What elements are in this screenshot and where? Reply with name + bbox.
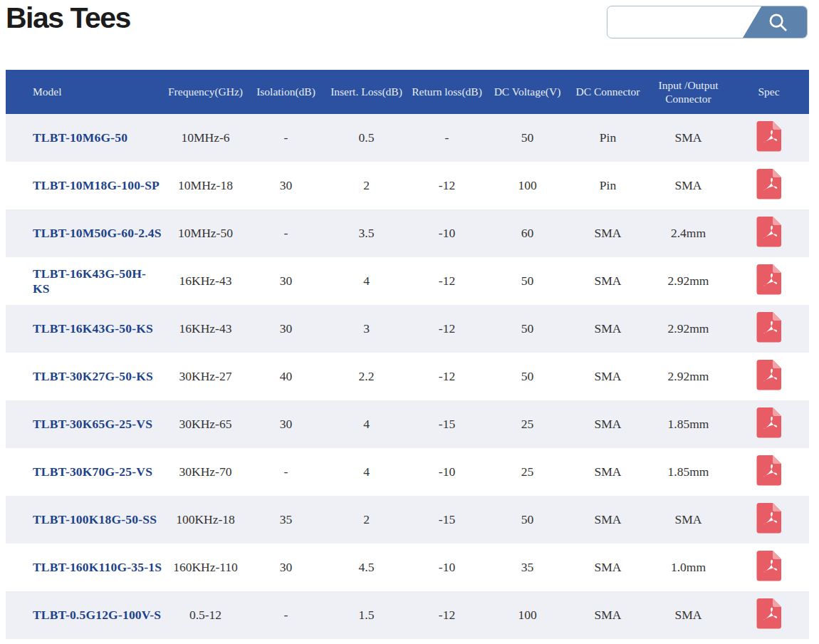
cell-dc-voltage: 25: [487, 448, 568, 496]
table-row: TLBT-16K43G-50H-KS16KHz-43304-1250SMA2.9…: [6, 257, 809, 305]
table-row: TLBT-160K110G-35-1S160KHz-110304.5-1035S…: [6, 544, 809, 591]
column-header-spec: Spec: [729, 70, 809, 114]
spec-pdf-link[interactable]: [756, 264, 782, 295]
cell-insert-loss: 4: [326, 448, 407, 496]
cell-return-loss: -15: [407, 400, 487, 448]
cell-io-connector: 2.92mm: [648, 353, 729, 400]
cell-dc-voltage: 60: [487, 209, 568, 257]
cell-insert-loss: 1.5: [326, 591, 407, 639]
table-header-row: Model Frequency(GHz) Isolation(dB) Inser…: [6, 70, 809, 114]
cell-return-loss: -12: [407, 305, 487, 353]
spec-pdf-link[interactable]: [756, 120, 782, 152]
cell-spec: [729, 257, 809, 305]
cell-isolation: 30: [246, 544, 326, 591]
cell-io-connector: 1.85mm: [648, 448, 729, 496]
column-header-dc-connector: DC Connector: [568, 70, 648, 114]
spec-pdf-link[interactable]: [756, 598, 782, 629]
cell-spec: [729, 544, 809, 591]
cell-dc-voltage: 50: [487, 353, 568, 400]
table-body: TLBT-10M6G-5010MHz-6-0.5-50PinSMA TLBT-1…: [6, 114, 809, 639]
cell-frequency: 10MHz-18: [165, 162, 246, 209]
column-header-return-loss: Return loss(dB): [407, 70, 487, 114]
cell-model: TLBT-10M18G-100-SP: [6, 162, 165, 209]
spec-pdf-link[interactable]: [756, 168, 782, 199]
spec-pdf-link[interactable]: [756, 311, 782, 343]
cell-io-connector: 2.4mm: [648, 209, 729, 257]
model-link[interactable]: TLBT-10M18G-100-SP: [33, 178, 160, 192]
magnifier-icon: [767, 11, 788, 33]
model-link[interactable]: TLBT-16K43G-50H-KS: [33, 266, 146, 296]
table-row: TLBT-0.5G12G-100V-S0.5-12-1.5-12100SMASM…: [6, 591, 809, 639]
cell-insert-loss: 4: [326, 257, 407, 305]
spec-pdf-link[interactable]: [756, 407, 782, 438]
model-link[interactable]: TLBT-30K27G-50-KS: [33, 369, 153, 383]
cell-model: TLBT-160K110G-35-1S: [6, 544, 165, 591]
cell-dc-voltage: 100: [487, 162, 568, 209]
cell-isolation: 35: [246, 496, 326, 544]
cell-io-connector: SMA: [648, 162, 729, 209]
spec-pdf-link[interactable]: [756, 359, 782, 390]
cell-io-connector: 2.92mm: [648, 257, 729, 305]
cell-io-connector: SMA: [648, 496, 729, 544]
model-link[interactable]: TLBT-30K70G-25-VS: [33, 464, 152, 479]
model-link[interactable]: TLBT-10M50G-60-2.4S: [33, 226, 162, 240]
pdf-file-icon: [756, 502, 782, 534]
cell-frequency: 100KHz-18: [165, 496, 246, 544]
cell-model: TLBT-10M6G-50: [6, 114, 165, 162]
pdf-file-icon: [756, 598, 782, 629]
cell-dc-connector: SMA: [568, 257, 648, 305]
cell-io-connector: SMA: [648, 114, 729, 162]
model-link[interactable]: TLBT-30K65G-25-VS: [33, 417, 152, 431]
cell-dc-voltage: 50: [487, 305, 568, 353]
cell-insert-loss: 3.5: [326, 209, 407, 257]
spec-pdf-link[interactable]: [756, 550, 782, 581]
pdf-file-icon: [756, 216, 782, 247]
cell-return-loss: -12: [407, 162, 487, 209]
cell-model: TLBT-10M50G-60-2.4S: [6, 209, 165, 257]
cell-frequency: 16KHz-43: [165, 257, 246, 305]
model-link[interactable]: TLBT-160K110G-35-1S: [33, 560, 162, 574]
table-row: TLBT-30K27G-50-KS30KHz-27402.2-1250SMA2.…: [6, 353, 809, 400]
model-link[interactable]: TLBT-100K18G-50-SS: [33, 512, 157, 526]
page-title: Bias Tees: [6, 1, 130, 35]
spec-pdf-link[interactable]: [756, 216, 782, 247]
cell-model: TLBT-0.5G12G-100V-S: [6, 591, 165, 639]
column-header-isolation: Isolation(dB): [246, 70, 326, 114]
model-link[interactable]: TLBT-16K43G-50-KS: [33, 321, 153, 336]
cell-dc-voltage: 50: [487, 496, 568, 544]
pdf-file-icon: [756, 550, 782, 581]
cell-spec: [729, 114, 809, 162]
table-row: TLBT-30K70G-25-VS30KHz-70-4-1025SMA1.85m…: [6, 448, 809, 496]
model-link[interactable]: TLBT-10M6G-50: [33, 130, 127, 145]
cell-model: TLBT-100K18G-50-SS: [6, 496, 165, 544]
cell-dc-connector: SMA: [568, 400, 648, 448]
model-link[interactable]: TLBT-0.5G12G-100V-S: [33, 608, 161, 622]
cell-frequency: 0.5-12: [165, 591, 246, 639]
cell-spec: [729, 209, 809, 257]
cell-return-loss: -12: [407, 591, 487, 639]
cell-frequency: 30KHz-27: [165, 353, 246, 400]
search-bar: [607, 6, 808, 38]
cell-io-connector: 1.0mm: [648, 544, 729, 591]
cell-frequency: 160KHz-110: [165, 544, 246, 591]
column-header-model: Model: [6, 70, 165, 114]
cell-model: TLBT-16K43G-50-KS: [6, 305, 165, 353]
spec-pdf-link[interactable]: [756, 455, 782, 486]
cell-insert-loss: 0.5: [326, 114, 407, 162]
cell-frequency: 30KHz-65: [165, 400, 246, 448]
pdf-file-icon: [756, 168, 782, 199]
column-header-frequency: Frequency(GHz): [165, 70, 246, 114]
cell-dc-connector: SMA: [568, 353, 648, 400]
cell-isolation: -: [246, 591, 326, 639]
table-row: TLBT-100K18G-50-SS100KHz-18352-1550SMASM…: [6, 496, 809, 544]
cell-insert-loss: 2: [326, 162, 407, 209]
cell-model: TLBT-30K27G-50-KS: [6, 353, 165, 400]
cell-return-loss: -10: [407, 544, 487, 591]
cell-return-loss: -12: [407, 353, 487, 400]
cell-dc-voltage: 100: [487, 591, 568, 639]
cell-isolation: 40: [246, 353, 326, 400]
cell-spec: [729, 400, 809, 448]
spec-pdf-link[interactable]: [756, 502, 782, 534]
pdf-file-icon: [756, 359, 782, 390]
cell-spec: [729, 353, 809, 400]
